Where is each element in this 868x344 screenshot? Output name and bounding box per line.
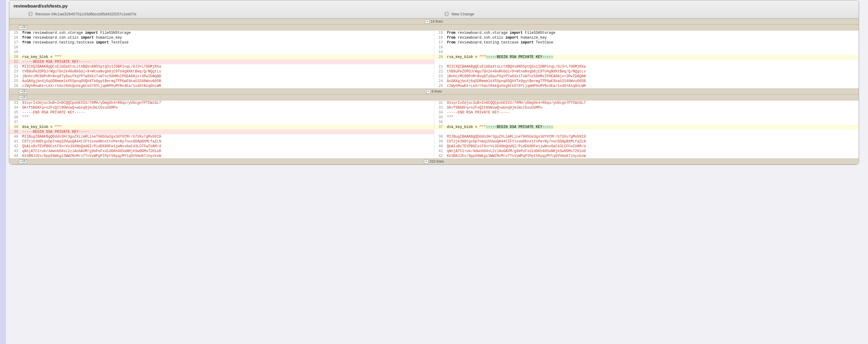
diff-row[interactable]: 34SK+fSBGKFq+n2FxQIt9OWswQ+wbvq9jmJmLCGx… [9, 105, 859, 110]
diff-row[interactable]: 3391syrIxOdjoc3uB+Zn8CQQCpvbEXIU/76MH/yD… [9, 101, 859, 105]
code-left: from reviewboard.ssh.utils import humani… [20, 35, 434, 40]
diff-row[interactable]: 21-----BEGIN RSA PRIVATE KEY----- [9, 59, 859, 64]
diff-row[interactable]: 39-----BEGIN DSA PRIVATE KEY----- [9, 130, 859, 134]
line-number-left: 38 [9, 125, 20, 130]
line-number-left: 34 [9, 105, 20, 110]
line-number-left: 17 [9, 40, 20, 45]
line-number-right [434, 59, 445, 64]
code-right [445, 50, 859, 55]
expand-button[interactable]: + [425, 19, 429, 24]
code-right: from reviewboard.ssh.utils import humani… [445, 35, 859, 40]
code-right: SK+fSBGKFq+n2FxQIt9OWswQ+wbvq9jmJmLCGxuU… [445, 105, 859, 110]
diff-row[interactable]: 38dsa_key_blob = """37dsa_key_blob = """… [9, 125, 859, 130]
diff-row[interactable]: 24jBnhczMC90PnM+Bvq6TyDaufXqYP7w8Xk1TsW7… [9, 74, 859, 79]
expand-bar: +20 [9, 24, 859, 30]
expand-chunk-button[interactable]: +20 [19, 95, 27, 99]
diff-row[interactable]: 15from reviewboard.ssh.storage import Fi… [9, 30, 859, 35]
line-number-left: 22 [9, 64, 20, 69]
code-right: MIIBugIBAAKBgQDddn3Hr3guZXLlmRLlneT0HSUa… [445, 134, 859, 139]
diff-row[interactable]: 17from reviewboard.testing.testcase impo… [9, 40, 859, 45]
code-right: AoGAXgjbn4j6qSDRmemlkX5Spnq0SQhXTk0gytBe… [445, 79, 859, 84]
diff-row[interactable]: 1818 [9, 45, 859, 50]
code-right: -----END RSA PRIVATE KEY----- [445, 110, 859, 115]
expand-chunk-button[interactable]: +20 [19, 89, 27, 93]
revision-row: ⬇ Revision 04c1ae32640701c33d6bccb95d432… [9, 10, 859, 18]
diff-row[interactable]: 23tVB9uPeZOPDJrWgu7Gn2k48oRkGdl+9+WtnaNv… [9, 69, 859, 74]
diff-row[interactable]: 40MIIBugIBAAKBgQDddn3Hr3guZXLlmRLlneT0HS… [9, 134, 859, 139]
expand-chunk-button[interactable]: +20 [19, 25, 27, 30]
code-right [445, 45, 859, 50]
diff-file-container: reviewboard/ssh/tests.py ⬇ Revision 04c1… [9, 0, 859, 165]
expand-bar-top: + 14 lines [9, 19, 859, 24]
line-number-left: 36 [9, 115, 20, 120]
diff-row[interactable]: 16from reviewboard.ssh.utils import huma… [9, 35, 859, 40]
line-number-right: 15 [434, 30, 445, 35]
line-number-right [434, 130, 445, 134]
line-number-right: 36 [434, 120, 445, 125]
code-right: rsa_key_blob = """-----BEGIN RSA PRIVATE… [445, 55, 859, 59]
code-right: """ [445, 115, 859, 120]
diff-row[interactable]: 26cIWyhMowEk+LkX/rhdstR4kQuhkgGtkO78YLjq… [9, 84, 859, 88]
code-right: from reviewboard.testing.testcase import… [445, 40, 859, 45]
download-icon[interactable]: ⬇ [28, 11, 33, 16]
code-right: from reviewboard.ssh.storage import File… [445, 30, 859, 35]
code-left: -----BEGIN RSA PRIVATE KEY----- [20, 59, 434, 64]
line-number-right: 40 [434, 144, 445, 149]
diff-row[interactable]: 22MIICXQIBAAKBgQCsElbDaXtsLctXBQVu8N55pt… [9, 64, 859, 69]
code-right: tVB9uPeZOPDJrWgu7Gn2k48oRkGdl+9+WtnaNvgb… [445, 69, 859, 74]
code-left: from reviewboard.testing.testcase import… [20, 40, 434, 45]
download-icon[interactable]: ⬇ [444, 11, 449, 16]
file-header: reviewboard/ssh/tests.py ⬇ Revision 04c1… [9, 0, 859, 19]
line-number-right: 39 [434, 139, 445, 144]
code-left: MIIBugIBAAKBgQDddn3Hr3guZXLlmRLlneT0HSUa… [20, 134, 434, 139]
code-left: 91syrIxOdjoc3uB+Zn8CQQCpvbEXIU/76MH/yDmg… [20, 101, 434, 105]
code-left [20, 50, 434, 55]
line-number-left: 20 [9, 55, 20, 59]
line-number-right: 16 [434, 35, 445, 40]
code-left: KkSBNJ2Es/8ppX6Wkgi3WWZNsMruTTnVyWPqPIPp… [20, 153, 434, 159]
line-number-right: 42 [434, 153, 445, 159]
code-left: AoGAXgjbn4j6qSDRmemlkX5Spnq0SQhXTk0gytBe… [20, 79, 434, 84]
line-number-right: 19 [434, 50, 445, 55]
diff-row[interactable]: 3736 [9, 120, 859, 125]
expand-bar-mid: +20 +6 lines [9, 88, 859, 94]
code-left: from reviewboard.ssh.storage import File… [20, 30, 434, 35]
line-number-right: 18 [434, 45, 445, 50]
code-left: """ [20, 115, 434, 120]
diff-row[interactable]: 43qNnjATC1+ub/4dwnbO4sL2zlAoGAVM/g9ePoFx… [9, 149, 859, 153]
code-right: KkSBNJ2Es/8ppX6Wkgi3WWZNsMruTTnVyWPqPIPp… [445, 153, 859, 159]
code-left: cIWyhMowEk+LkX/rhdstR4kQuhkgGtkO78YLjqmH… [20, 84, 434, 88]
line-number-right: 33 [434, 105, 445, 110]
diff-row[interactable]: 36"""35""" [9, 115, 859, 120]
code-left: QbAlsBxTEVPB6CxtF9srVs3SXNbQddGI/PidEK00… [20, 144, 434, 149]
line-number-right: 22 [434, 69, 445, 74]
diff-row[interactable]: 25AoGAXgjbn4j6qSDRmemlkX5Spnq0SQhXTk0gyt… [9, 79, 859, 84]
code-left: jBnhczMC90PnM+Bvq6TyDaufXqYP7w8Xk1TsW7nz… [20, 74, 434, 79]
line-number-right: 25 [434, 84, 445, 88]
expand-bar-bottom: +20 + 310 lines [9, 159, 859, 165]
diff-row[interactable]: 35-----END RSA PRIVATE KEY-----34-----EN… [9, 110, 859, 115]
expand-bar: +20 [9, 94, 859, 101]
code-right: C6Tzjk300tgxDpTnmq1OVwoQA44tIFYlxvw9Knxt… [445, 139, 859, 144]
diff-row[interactable]: 1919 [9, 50, 859, 55]
diff-row[interactable]: 42QbAlsBxTEVPB6CxtF9srVs3SXNbQddGI/PidEK… [9, 144, 859, 149]
diff-row[interactable]: 41C6Tzjk300tgxDpTnmq1OVwoQA44tIFYlxvw9Kn… [9, 139, 859, 144]
line-number-left: 21 [9, 59, 20, 64]
diff-row[interactable]: 44KkSBNJ2Es/8ppX6Wkgi3WWZNsMruTTnVyWPqPI… [9, 153, 859, 159]
line-number-left: 40 [9, 134, 20, 139]
line-number-right: 37 [434, 125, 445, 130]
diff-table: 3391syrIxOdjoc3uB+Zn8CQQCpvbEXIU/76MH/yD… [9, 101, 859, 159]
line-number-left: 19 [9, 50, 20, 55]
expand-button[interactable]: + [424, 159, 428, 164]
line-number-left: 26 [9, 84, 20, 88]
line-number-right: 32 [434, 101, 445, 105]
code-right: qNnjATC1+ub/4dwnbO4sL2zlAoGAVM/g9ePoFxdl… [445, 149, 859, 153]
expand-chunk-button[interactable]: +20 [19, 159, 27, 164]
line-number-right: 35 [434, 115, 445, 120]
diff-row[interactable]: 20rsa_key_blob = """20rsa_key_blob = """… [9, 55, 859, 59]
line-number-left: 18 [9, 45, 20, 50]
code-right: cIWyhMowEk+LkX/rhdstR4kQuhkgGtkO78YLjqmH… [445, 84, 859, 88]
code-left: rsa_key_blob = """ [20, 55, 434, 59]
line-number-right: 41 [434, 149, 445, 153]
expand-button[interactable]: + [426, 89, 430, 93]
